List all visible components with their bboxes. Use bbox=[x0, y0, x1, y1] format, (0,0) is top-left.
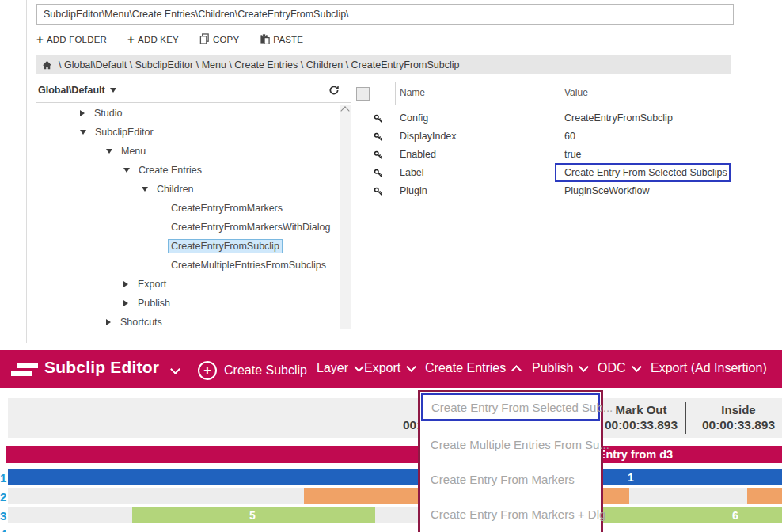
select-all-checkbox[interactable] bbox=[356, 87, 370, 101]
export-ad-insertion-label: Export (Ad Insertion) bbox=[651, 361, 767, 375]
column-divider bbox=[560, 82, 560, 104]
export-label: Export bbox=[364, 361, 400, 375]
inside-readout: Inside 00:00:33.893 bbox=[693, 403, 782, 432]
publish-label: Publish bbox=[532, 361, 573, 375]
create-entries-dropdown-menu: Create Entry From Selected Sub... Create… bbox=[418, 390, 603, 532]
tree-item-label: Shortcuts bbox=[120, 317, 162, 328]
scope-selector[interactable]: Global\Default bbox=[38, 85, 116, 96]
blue-clip[interactable] bbox=[8, 469, 782, 485]
name-column-header: Name bbox=[400, 87, 425, 98]
mark-out-value: 00:00:33.893 bbox=[594, 418, 689, 432]
chevron-right-icon bbox=[106, 319, 111, 325]
tree-item-studio[interactable]: Studio bbox=[36, 104, 337, 123]
chevron-down-icon bbox=[80, 130, 86, 135]
property-name: DisplayIndex bbox=[400, 131, 457, 142]
scroll-up-icon[interactable] bbox=[340, 106, 349, 115]
tree-item-label: Children bbox=[157, 184, 194, 195]
tree-header-divider bbox=[36, 102, 351, 103]
odc-label: ODC bbox=[598, 361, 626, 375]
menu-item-create-entry-from-selected-subclips[interactable]: Create Entry From Selected Sub... bbox=[421, 393, 600, 421]
tree-item-createentryfrommarkers[interactable]: CreateEntryFromMarkers bbox=[36, 199, 337, 218]
path-input[interactable] bbox=[36, 4, 734, 25]
layer-label: Layer bbox=[317, 361, 348, 375]
tree-item-subclipeditor[interactable]: SubclipEditor bbox=[36, 123, 337, 142]
chevron-down-icon bbox=[110, 88, 116, 93]
chevron-down-icon bbox=[406, 362, 416, 372]
paste-icon bbox=[260, 33, 270, 46]
property-value[interactable]: CreateEntryFromSubclip bbox=[564, 112, 673, 124]
add-folder-button[interactable]: + ADD FOLDER bbox=[36, 34, 107, 45]
menu-item-create-entry-from-markers-dlg[interactable]: Create Entry From Markers + Dlg bbox=[420, 496, 601, 531]
menu-item-create-entry-from-markers[interactable]: Create Entry From Markers bbox=[420, 462, 601, 496]
config-tree: Studio SubclipEditor Menu Create Entries… bbox=[36, 104, 337, 332]
chevron-right-icon bbox=[80, 110, 85, 116]
paste-button[interactable]: PASTE bbox=[260, 33, 303, 46]
tree-item-label: Export bbox=[138, 279, 166, 290]
menu-publish[interactable]: Publish bbox=[532, 361, 587, 375]
tree-item-publish[interactable]: Publish bbox=[36, 294, 337, 313]
add-key-button[interactable]: + ADD KEY bbox=[127, 34, 179, 45]
orange-clip[interactable] bbox=[747, 488, 782, 504]
chevron-down-icon bbox=[354, 362, 364, 372]
menu-export[interactable]: Export bbox=[364, 361, 415, 375]
property-name: Config bbox=[400, 112, 428, 124]
track-number-3: 3 bbox=[0, 509, 7, 522]
refresh-button[interactable] bbox=[328, 85, 340, 99]
chevron-down-icon bbox=[632, 362, 642, 372]
table-row[interactable]: Enabled true bbox=[353, 146, 731, 164]
inside-value: 00:00:33.893 bbox=[693, 418, 782, 432]
menu-odc[interactable]: ODC bbox=[598, 361, 640, 375]
scope-label: Global\Default bbox=[38, 85, 105, 96]
panel-left-border bbox=[26, 0, 27, 343]
table-row[interactable]: Plugin PluginSceWorkflow bbox=[353, 182, 731, 200]
tree-item-export[interactable]: Export bbox=[36, 275, 337, 294]
tree-item-children[interactable]: Children bbox=[36, 180, 337, 199]
chevron-up-icon bbox=[511, 365, 522, 375]
property-value-highlighted[interactable]: Create Entry From Selected Subclips bbox=[555, 163, 731, 182]
key-icon bbox=[374, 167, 383, 181]
tree-item-createentryfrommarkerswithdialog[interactable]: CreateEntryFromMarkersWithDialog bbox=[36, 218, 337, 237]
app-title: Subclip Editor bbox=[44, 358, 159, 377]
table-row[interactable]: Config CreateEntryFromSubclip bbox=[353, 109, 731, 127]
green-clip-label: 5 bbox=[249, 509, 256, 522]
key-icon bbox=[374, 149, 383, 163]
breadcrumb[interactable]: \ Global\Default \ SubclipEditor \ Menu … bbox=[36, 55, 731, 74]
tree-scrollbar[interactable] bbox=[340, 104, 351, 329]
menu-export-ad-insertion[interactable]: Export (Ad Insertion) bbox=[651, 361, 767, 375]
tree-item-createentryfromsubclip-selected[interactable]: CreateEntryFromSubclip bbox=[36, 237, 337, 256]
breadcrumb-path: \ Global\Default \ SubclipEditor \ Menu … bbox=[59, 59, 459, 70]
tree-item-label: CreateEntryFromSubclip bbox=[168, 239, 283, 253]
property-value[interactable]: PluginSceWorkflow bbox=[564, 185, 649, 196]
track-number-1: 1 bbox=[0, 471, 7, 484]
table-row[interactable]: DisplayIndex 60 bbox=[353, 127, 731, 146]
copy-label: COPY bbox=[213, 35, 239, 44]
property-name: Enabled bbox=[400, 149, 436, 160]
plus-icon: + bbox=[127, 34, 135, 45]
tree-item-shortcuts[interactable]: Shortcuts bbox=[36, 313, 337, 332]
config-toolbar: + ADD FOLDER + ADD KEY COPY PASTE bbox=[36, 32, 303, 48]
menu-item-create-multiple-entries-from-subclips[interactable]: Create Multiple Entries From Su... bbox=[420, 427, 601, 462]
subclip-editor-logo-icon bbox=[11, 360, 38, 378]
property-value[interactable]: true bbox=[564, 149, 582, 160]
create-subclip-button[interactable]: + Create Subclip bbox=[198, 361, 307, 380]
menu-layer[interactable]: Layer bbox=[317, 361, 363, 375]
tree-item-create-entries[interactable]: Create Entries bbox=[36, 161, 337, 180]
app-header-bar: Subclip Editor + Create Subclip Layer Ex… bbox=[0, 350, 782, 388]
table-row-label-highlighted[interactable]: Label Create Entry From Selected Subclip… bbox=[353, 164, 731, 182]
green-clip-label: 6 bbox=[732, 509, 738, 522]
tree-item-createmultipleentriesfromsubclips[interactable]: CreateMultipleEntriesFromSubclips bbox=[36, 256, 337, 275]
copy-button[interactable]: COPY bbox=[199, 33, 239, 46]
tree-item-label: CreateEntryFromMarkers bbox=[171, 203, 283, 214]
menu-create-entries-open[interactable]: Create Entries bbox=[425, 361, 520, 375]
tree-item-label: Create Entries bbox=[139, 165, 202, 176]
tree-item-menu[interactable]: Menu bbox=[36, 142, 337, 161]
chevron-down-icon bbox=[142, 187, 148, 192]
chevron-down-icon[interactable] bbox=[170, 364, 180, 374]
new-entry-bar[interactable]: New Entry from d3 bbox=[6, 446, 782, 463]
plus-circle-icon: + bbox=[198, 361, 217, 380]
tree-item-label: Studio bbox=[94, 108, 122, 119]
tree-item-label: CreateEntryFromMarkersWithDialog bbox=[171, 222, 330, 233]
timeline-track-3: 5 6 bbox=[8, 507, 782, 523]
home-icon[interactable] bbox=[42, 60, 52, 70]
property-value[interactable]: 60 bbox=[564, 131, 575, 142]
